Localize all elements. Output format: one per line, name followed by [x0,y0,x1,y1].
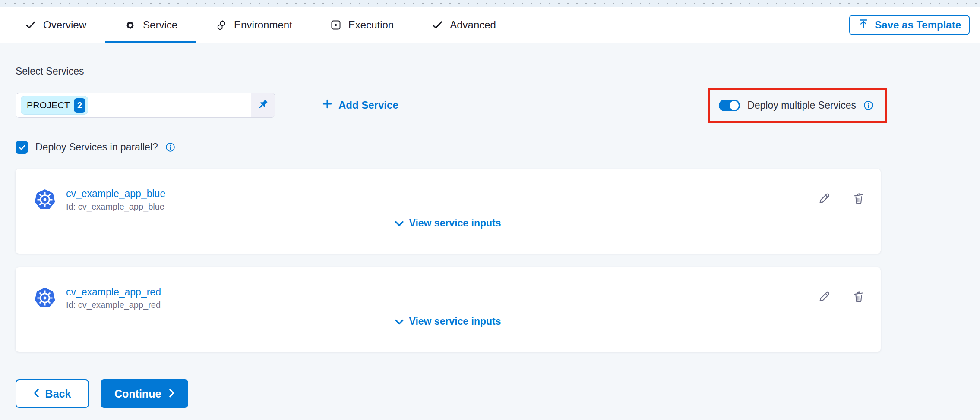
chevron-down-icon [395,217,404,229]
project-scope-chip[interactable]: PROJECT 2 [21,96,88,115]
service-id: Id: cv_example_app_red [66,300,161,310]
upload-icon [858,18,869,32]
kubernetes-icon [34,189,56,210]
parallel-checkbox[interactable] [16,141,28,154]
wizard-footer: Back Continue [16,379,964,408]
tab-label: Execution [348,19,394,31]
pin-icon [257,98,269,112]
continue-label: Continue [114,388,161,400]
service-card: cv_example_app_blue Id: cv_example_app_b… [16,169,881,254]
chevron-right-icon [169,388,174,400]
continue-button[interactable]: Continue [101,379,188,408]
deploy-multiple-toggle[interactable] [719,100,740,111]
view-service-inputs-label: View service inputs [409,217,501,229]
tab-environment[interactable]: Environment [196,7,311,43]
service-card-actions [818,290,865,304]
service-name-link[interactable]: cv_example_app_blue [66,188,165,200]
toggle-knob [730,101,739,110]
services-input[interactable]: PROJECT 2 [16,93,251,117]
add-service-button[interactable]: Add Service [322,98,398,112]
view-service-inputs-link[interactable]: View service inputs [16,316,881,327]
chevron-left-icon [34,388,39,400]
tab-label: Service [143,19,177,31]
services-multiselect[interactable]: PROJECT 2 [16,93,275,118]
service-id: Id: cv_example_app_blue [66,202,165,212]
tab-label: Advanced [450,19,496,31]
tab-execution[interactable]: Execution [311,7,413,43]
tab-service[interactable]: Service [105,7,196,43]
delete-icon[interactable] [852,191,865,205]
execution-icon [330,19,341,31]
service-card-head: cv_example_app_blue Id: cv_example_app_b… [16,169,881,212]
edit-icon[interactable] [818,290,831,304]
add-service-label: Add Service [338,99,398,111]
back-label: Back [45,388,71,400]
tab-advanced[interactable]: Advanced [413,7,515,43]
gear-icon [124,19,136,31]
tab-overview[interactable]: Overview [6,7,105,43]
check-icon [432,19,443,31]
kubernetes-icon [34,287,56,309]
project-chip-label: PROJECT [27,100,70,110]
save-as-template-label: Save as Template [875,19,961,31]
select-services-label: Select Services [16,43,964,77]
pin-button[interactable] [251,93,275,117]
service-card-actions [818,191,865,205]
tab-label: Environment [234,19,292,31]
stage-tabs: Overview Service Enviro [0,7,980,43]
deploy-multiple-label: Deploy multiple Services [747,100,856,111]
chevron-down-icon [395,316,404,327]
service-card-head: cv_example_app_red Id: cv_example_app_re… [16,267,881,310]
view-service-inputs-label: View service inputs [409,316,501,327]
check-icon [25,19,36,31]
service-name-link[interactable]: cv_example_app_red [66,286,161,298]
plus-icon [322,98,333,112]
delete-icon[interactable] [852,290,865,304]
environment-icon [215,19,227,31]
service-text: cv_example_app_blue Id: cv_example_app_b… [66,188,165,212]
parallel-checkbox-label: Deploy Services in parallel? [35,141,158,153]
back-button[interactable]: Back [16,379,89,408]
service-tab-content: Select Services PROJECT 2 [0,43,980,420]
info-icon[interactable] [165,142,175,152]
pipeline-canvas-dots [0,0,980,7]
deploy-parallel-row: Deploy Services in parallel? [16,141,964,154]
save-as-template-button[interactable]: Save as Template [849,15,970,35]
view-service-inputs-link[interactable]: View service inputs [16,217,881,229]
edit-icon[interactable] [818,191,831,205]
service-text: cv_example_app_red Id: cv_example_app_re… [66,286,161,310]
info-icon[interactable] [863,100,873,110]
project-count-badge: 2 [74,98,85,113]
services-row: PROJECT 2 [16,87,881,124]
tab-label: Overview [43,19,86,31]
service-config-page: Overview Service Enviro [0,0,980,420]
service-card: cv_example_app_red Id: cv_example_app_re… [16,267,881,352]
annotation-highlight-box: Deploy multiple Services [708,88,887,123]
